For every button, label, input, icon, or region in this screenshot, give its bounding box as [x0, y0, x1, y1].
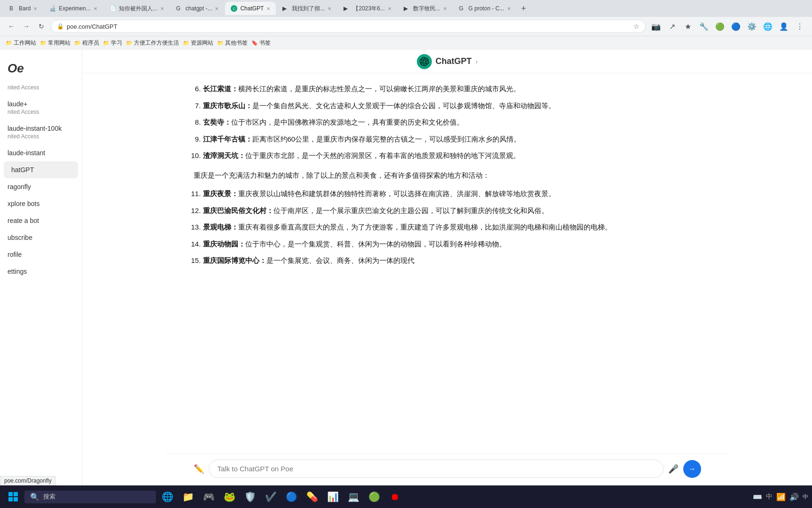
extension5-icon[interactable]: 🌐: [761, 22, 774, 31]
extension2-icon[interactable]: 🟢: [713, 22, 726, 31]
bookmark-learn[interactable]: 📁 学习: [103, 39, 122, 47]
bookmark-life[interactable]: 📁 方便工作方便生活: [126, 39, 179, 47]
star-icon[interactable]: ☆: [633, 23, 640, 30]
tab-video3[interactable]: ▶ 数字牧民... ✕: [398, 2, 453, 15]
tab-close[interactable]: ✕: [328, 6, 331, 11]
tab-close[interactable]: ✕: [94, 6, 97, 11]
extension6-icon[interactable]: 👤: [777, 22, 790, 31]
tab-experiment[interactable]: 🔬 Experimen... ✕: [44, 2, 102, 15]
taskbar-search[interactable]: 🔍 搜索: [24, 491, 156, 503]
windows-start-button[interactable]: [4, 487, 23, 506]
tab-close[interactable]: ✕: [266, 6, 270, 11]
tab-bard[interactable]: B Bard ✕: [4, 2, 43, 15]
chat-input[interactable]: [209, 460, 664, 478]
tab-video2[interactable]: ▶ 【2023年6... ✕: [338, 2, 397, 15]
tab-chatgpt-active[interactable]: C ChatGPT ✕: [225, 2, 276, 15]
taskbar-app2[interactable]: 🐸: [220, 487, 239, 506]
sidebar-item-chatgpt[interactable]: hatGPT: [4, 161, 78, 178]
tab-favicon: ▶: [344, 5, 350, 12]
tab-label: 数字牧民...: [413, 5, 440, 13]
sidebar-item-claude-plus[interactable]: laude+ nited Access: [0, 95, 82, 120]
chatgpt-logo: [417, 54, 432, 69]
extension3-icon[interactable]: 🔵: [729, 22, 742, 31]
bookmark-label: 资源网站: [191, 39, 213, 47]
taskbar-explorer[interactable]: 📁: [179, 487, 197, 506]
menu-icon[interactable]: ⋮: [793, 22, 806, 31]
address-box[interactable]: 🔒 poe.com/ChatGPT ☆: [51, 20, 646, 33]
share-icon[interactable]: ↗: [665, 22, 679, 31]
bookmark-all[interactable]: 🔖 书签: [251, 39, 271, 47]
tab-close[interactable]: ✕: [215, 6, 219, 11]
list-item: 江津千年古镇：距离市区约60公里，是重庆市内保存最完整的古镇之一，可以感受到江南…: [203, 133, 701, 145]
bookmarks-bar: 📁 工作网站 📁 常用网站 📁 程序员 📁 学习 📁 方便工作方便生活 📁 资源…: [0, 36, 812, 50]
keyboard-icon[interactable]: ⌨️: [753, 492, 762, 501]
send-button[interactable]: →: [683, 460, 701, 478]
sidebar: Oe nited Access laude+ nited Access laud…: [0, 50, 82, 485]
tab-close[interactable]: ✕: [443, 6, 447, 11]
sidebar-item-claude-instant-100k[interactable]: laude-instant-100k nited Access: [0, 120, 82, 144]
toolbar-icons: 📷 ↗ ★ 🔧 🟢 🔵 ⚙️ 🌐 👤 ⋮: [649, 22, 806, 31]
taskbar-clock[interactable]: 中: [803, 493, 808, 501]
new-tab-button[interactable]: +: [517, 4, 530, 14]
folder-icon: 📁: [103, 40, 109, 46]
tab-favicon: G: [459, 5, 466, 12]
taskbar-app3[interactable]: 🛡️: [241, 487, 259, 506]
chinese-ime-icon[interactable]: 中: [766, 492, 773, 501]
tab-close[interactable]: ✕: [388, 6, 391, 11]
wifi-icon[interactable]: 📶: [776, 492, 786, 501]
bookmark-work[interactable]: 📁 工作网站: [6, 39, 36, 47]
search-text: 搜索: [43, 492, 55, 501]
sidebar-item-profile[interactable]: rofile: [0, 246, 82, 263]
taskbar: 🔍 搜索 🌐 📁 🎮 🐸 🛡️ ✔️ 🔵 💊 📊 💻 🟢 ⏺ ⌨️ 中 📶 🔊: [0, 485, 812, 508]
pen-tool-icon[interactable]: ✏️: [194, 464, 204, 474]
tab-video1[interactable]: ▶ 我找到了彻... ✕: [277, 2, 337, 15]
bookmark-label: 工作网站: [14, 39, 36, 47]
taskbar-app5[interactable]: 🔵: [282, 487, 301, 506]
extension1-icon[interactable]: 🔧: [697, 22, 710, 31]
tab-label: Experimen...: [59, 5, 90, 12]
back-button[interactable]: ←: [6, 23, 17, 30]
taskbar-app4[interactable]: ✔️: [261, 487, 280, 506]
sidebar-item-subscribe[interactable]: ubscribe: [0, 229, 82, 246]
app-area: Oe nited Access laude+ nited Access laud…: [0, 50, 812, 485]
microphone-icon[interactable]: 🎤: [668, 464, 679, 474]
tab-chatgpt-search[interactable]: G chatgpt -... ✕: [171, 2, 225, 15]
bookmark-star-icon[interactable]: ★: [681, 22, 695, 31]
sidebar-item-explore[interactable]: xplore bots: [0, 195, 82, 212]
bookmark-common[interactable]: 📁 常用网站: [40, 39, 70, 47]
bookmark-resource[interactable]: 📁 资源网站: [183, 39, 213, 47]
taskbar-terminal[interactable]: 💻: [344, 487, 363, 506]
reload-button[interactable]: ↻: [36, 23, 47, 30]
folder-icon: 📁: [40, 40, 47, 46]
sidebar-item-claude-instant[interactable]: laude-instant: [0, 144, 82, 161]
forward-button[interactable]: →: [21, 23, 32, 30]
sidebar-item-dragonfly[interactable]: ragonfly: [0, 178, 82, 195]
tab-label: ChatGPT: [240, 5, 264, 12]
camera-icon[interactable]: 📷: [649, 22, 663, 31]
taskbar-app6[interactable]: 💊: [303, 487, 321, 506]
taskbar-record[interactable]: ⏺: [385, 487, 404, 506]
taskbar-excel[interactable]: 📊: [323, 487, 342, 506]
tab-close[interactable]: ✕: [160, 6, 164, 11]
volume-icon[interactable]: 🔊: [789, 492, 799, 501]
tab-foreign[interactable]: 📄 知你被外国人... ✕: [104, 2, 170, 15]
tab-proton[interactable]: G G proton - C... ✕: [453, 2, 516, 15]
extension4-icon[interactable]: ⚙️: [745, 22, 758, 31]
sidebar-item-settings[interactable]: ettings: [0, 263, 82, 280]
chat-messages[interactable]: 长江索道：横跨长江的索道，是重庆的标志性景点之一，可以俯瞰长江两岸的美景和重庆的…: [165, 73, 729, 453]
taskbar-edge[interactable]: 🌐: [158, 487, 177, 506]
app5-icon: 🔵: [286, 491, 297, 502]
sidebar-item-sub: nited Access: [8, 133, 74, 140]
bookmark-other[interactable]: 📁 其他书签: [217, 39, 248, 47]
app2-icon: 🐸: [224, 491, 235, 502]
sidebar-item-poe[interactable]: nited Access: [0, 79, 82, 95]
tab-close[interactable]: ✕: [507, 6, 511, 11]
tab-close[interactable]: ✕: [33, 6, 37, 11]
taskbar-app7[interactable]: 🟢: [365, 487, 383, 506]
bookmark-dev[interactable]: 📁 程序员: [74, 39, 99, 47]
chatgpt-svg: [420, 57, 429, 66]
list-item: 渣滓洞天坑：位于重庆市北部，是一个天然的溶洞景区，有着丰富的地质景观和独特的地下…: [203, 150, 701, 162]
sidebar-item-create[interactable]: reate a bot: [0, 212, 82, 229]
sidebar-item-main: laude-instant-100k: [8, 125, 74, 132]
taskbar-app1[interactable]: 🎮: [199, 487, 218, 506]
